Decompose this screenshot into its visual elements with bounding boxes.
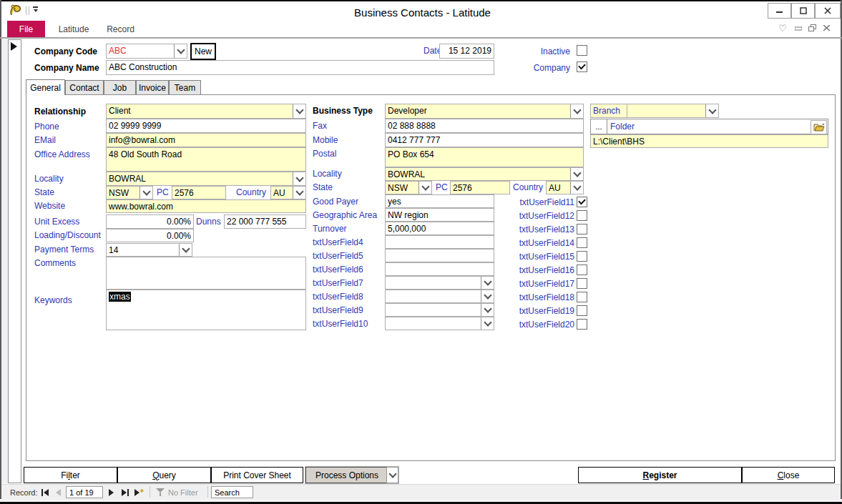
app-window: Business Contacts - Latitude File Latitu…	[0, 0, 842, 504]
website-field[interactable]: www.bowral.com	[106, 199, 306, 213]
chevron-down-icon[interactable]	[174, 44, 187, 59]
dunns-field[interactable]: 22 000 777 555	[224, 214, 306, 229]
userfield12-checkbox[interactable]	[577, 210, 587, 221]
query-button[interactable]: Query	[117, 467, 211, 483]
chevron-down-icon[interactable]	[293, 172, 306, 186]
tab-job[interactable]: Job	[104, 80, 136, 95]
chevron-down-icon[interactable]	[570, 181, 584, 194]
chevron-down-icon[interactable]	[179, 243, 192, 257]
chevron-down-icon[interactable]	[481, 290, 494, 303]
chevron-down-icon[interactable]	[293, 104, 306, 119]
date-field[interactable]: 15 12 2019	[439, 44, 494, 59]
mdi-restore-icon[interactable]	[807, 22, 818, 34]
browse-button[interactable]: ...	[591, 119, 607, 134]
userfield7-combo[interactable]	[385, 276, 494, 290]
new-record-button[interactable]: *	[134, 488, 144, 498]
state-combo[interactable]: NSW	[106, 186, 153, 199]
tab-contact[interactable]: Contact	[65, 80, 104, 95]
userfield19-checkbox[interactable]	[577, 305, 587, 316]
minimize-button[interactable]	[768, 3, 791, 19]
register-button[interactable]: Register	[578, 467, 742, 483]
turnover-field[interactable]: 5,000,000	[385, 222, 494, 235]
mdi-minimize-icon[interactable]	[793, 22, 804, 34]
email-field[interactable]: info@bowral.com	[106, 133, 306, 147]
print-cover-sheet-button[interactable]: Print Cover Sheet	[211, 467, 303, 483]
filter-button[interactable]: Filter	[24, 467, 117, 483]
inactive-checkbox[interactable]	[577, 45, 587, 56]
userfield11-checkbox[interactable]	[577, 197, 587, 207]
heart-icon[interactable]: ♡	[777, 22, 788, 34]
payment-terms-combo[interactable]: 14	[106, 243, 192, 257]
chevron-down-icon[interactable]	[570, 167, 584, 181]
ribbon-tab-record[interactable]: Record	[101, 21, 140, 37]
search-input[interactable]: Search	[211, 486, 253, 498]
folder-open-button[interactable]	[811, 120, 827, 134]
mdi-close-icon[interactable]	[821, 22, 833, 34]
locality-combo[interactable]: BOWRAL	[385, 167, 584, 181]
company-name-field[interactable]: ABC Construction	[106, 60, 494, 75]
previous-record-button[interactable]	[56, 488, 61, 498]
chevron-down-icon[interactable]	[481, 276, 494, 290]
next-record-button[interactable]	[109, 488, 114, 498]
office-address-field[interactable]: 48 Old South Road	[106, 147, 306, 172]
relationship-combo[interactable]: Client	[106, 104, 306, 119]
tab-general[interactable]: General	[26, 79, 65, 95]
company-checkbox[interactable]	[577, 61, 587, 72]
country-combo[interactable]: AU	[546, 181, 584, 194]
chevron-down-icon[interactable]	[418, 181, 432, 194]
phone-field[interactable]: 02 9999 9999	[106, 119, 306, 133]
ribbon-tab-file[interactable]: File	[7, 21, 45, 37]
close-form-button[interactable]: Close	[742, 467, 835, 483]
keywords-field[interactable]: xmas	[106, 290, 306, 330]
loading-discount-field[interactable]: 0.00%	[106, 229, 194, 242]
chevron-down-icon[interactable]	[386, 467, 398, 483]
country-combo[interactable]: AU	[270, 186, 306, 199]
unit-excess-field[interactable]: 0.00%	[106, 214, 194, 229]
postcode-field[interactable]: 2576	[172, 186, 226, 199]
userfield5-field[interactable]	[385, 249, 494, 262]
userfield10-combo[interactable]	[385, 317, 494, 330]
postcode-field[interactable]: 2576	[450, 181, 510, 194]
company-code-combo[interactable]: ABC	[106, 44, 187, 59]
last-record-button[interactable]	[122, 488, 129, 498]
branch-combo[interactable]	[627, 104, 719, 118]
maximize-button[interactable]	[791, 3, 815, 19]
locality-combo[interactable]: BOWRAL	[106, 172, 306, 186]
new-button[interactable]: New	[190, 43, 216, 60]
userfield18-checkbox[interactable]	[577, 292, 587, 302]
chevron-down-icon[interactable]	[139, 186, 153, 199]
no-filter-label[interactable]: No Filter	[168, 488, 198, 497]
chevron-down-icon[interactable]	[481, 317, 494, 330]
chevron-down-icon[interactable]	[570, 104, 584, 119]
state-combo[interactable]: NSW	[385, 181, 432, 194]
userfield14-checkbox[interactable]	[577, 237, 587, 248]
userfield20-checkbox[interactable]	[577, 319, 587, 330]
tab-invoice[interactable]: Invoice	[136, 80, 169, 95]
chevron-down-icon[interactable]	[705, 104, 719, 118]
userfield15-checkbox[interactable]	[577, 251, 587, 262]
chevron-down-icon[interactable]	[293, 186, 306, 199]
mobile-field[interactable]: 0412 777 777	[385, 133, 584, 147]
record-position-box[interactable]: 1 of 19	[66, 486, 103, 498]
userfield8-combo[interactable]	[385, 290, 494, 303]
geographic-area-field[interactable]: NW region	[385, 208, 494, 222]
userfield16-checkbox[interactable]	[577, 265, 587, 275]
record-selector-bar[interactable]	[8, 39, 21, 483]
userfield13-checkbox[interactable]	[577, 224, 587, 234]
close-button[interactable]	[815, 3, 841, 19]
business-type-combo[interactable]: Developer	[385, 104, 584, 119]
userfield17-checkbox[interactable]	[577, 278, 587, 289]
good-payer-field[interactable]: yes	[385, 194, 494, 208]
chevron-down-icon[interactable]	[481, 303, 494, 317]
userfield4-field[interactable]	[385, 235, 494, 249]
fax-field[interactable]: 02 888 8888	[385, 119, 584, 133]
first-record-button[interactable]	[41, 488, 49, 498]
userfield9-combo[interactable]	[385, 303, 494, 317]
ribbon-tab-latitude[interactable]: Latitude	[52, 21, 95, 37]
tab-team[interactable]: Team	[169, 80, 201, 95]
comments-field[interactable]	[106, 257, 306, 290]
userfield6-field[interactable]	[385, 262, 494, 276]
folder-path-field[interactable]: L:\Client\BHS	[590, 134, 828, 148]
process-options-combo[interactable]: Process Options	[305, 467, 398, 483]
postal-field[interactable]: PO Box 654	[385, 147, 584, 167]
